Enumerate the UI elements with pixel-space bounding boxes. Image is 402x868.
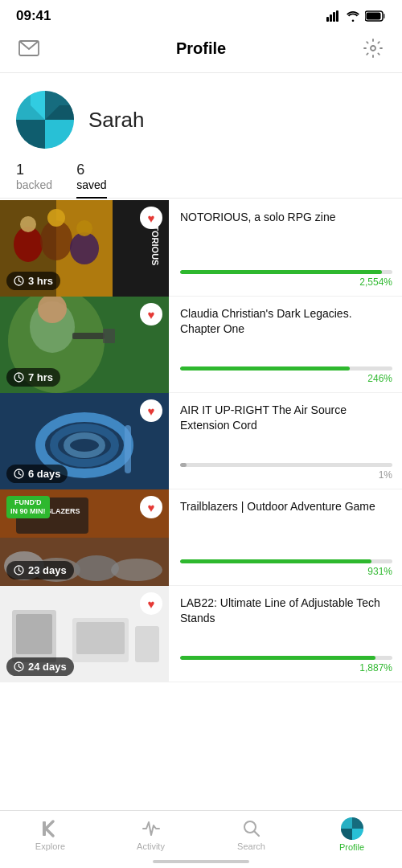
heart-button-airitup[interactable]: ♥ <box>140 399 162 422</box>
tab-label-activity: Activity <box>137 841 165 851</box>
card-info-notorious: NOTORIOUS, a solo RPG zine 2,554% <box>169 200 402 296</box>
stat-tab-saved[interactable]: 6 saved <box>76 162 106 198</box>
svg-point-25 <box>76 220 92 236</box>
tab-activity[interactable]: Activity <box>100 818 201 851</box>
svg-rect-34 <box>103 329 115 343</box>
activity-icon <box>141 818 162 839</box>
avatar-graphic <box>16 91 74 149</box>
tab-profile[interactable]: Profile <box>302 817 402 852</box>
heart-button-claudia[interactable]: ♥ <box>140 303 162 326</box>
svg-marker-13 <box>45 120 74 149</box>
tab-label-explore: Explore <box>35 841 65 851</box>
svg-marker-63 <box>352 817 363 829</box>
project-card-notorious[interactable]: NOTORIOUS 3 hrs ♥ NOTORIOUS, a solo RPG … <box>0 200 402 297</box>
card-percent-lab22: 1,887% <box>180 662 392 674</box>
svg-marker-62 <box>341 817 352 829</box>
card-title-airitup: AIR IT UP-RIGHT The Air Source Extension… <box>180 403 392 433</box>
svg-rect-40 <box>125 425 131 473</box>
mail-button[interactable] <box>14 34 43 63</box>
progress-bar-bg-5 <box>180 656 392 660</box>
progress-bar-fill <box>180 270 382 274</box>
progress-bar-fill-2 <box>180 366 350 371</box>
project-card-trailblazers[interactable]: TRAILBLAZERS FUND'DIN 90 MIN! 23 days ♥ … <box>0 489 402 586</box>
nav-header: Profile <box>0 27 402 73</box>
clock-icon <box>14 276 24 286</box>
signal-icon <box>326 10 341 22</box>
svg-rect-1 <box>330 14 332 22</box>
card-timer-airitup: 6 days <box>6 465 68 483</box>
progress-bar-bg-4 <box>180 559 392 563</box>
project-cards-list: NOTORIOUS 3 hrs ♥ NOTORIOUS, a solo RPG … <box>0 200 402 682</box>
heart-button-lab22[interactable]: ♥ <box>140 592 162 615</box>
home-indicator <box>153 860 249 863</box>
tab-label-profile: Profile <box>339 842 364 852</box>
svg-point-23 <box>47 209 65 227</box>
svg-rect-5 <box>367 13 381 20</box>
card-progress-notorious: 2,554% <box>180 270 392 288</box>
backed-count: 1 <box>16 162 24 178</box>
svg-point-24 <box>70 232 99 264</box>
status-time: 09:41 <box>16 8 51 24</box>
svg-line-60 <box>254 831 259 836</box>
svg-rect-0 <box>326 17 329 22</box>
project-card-lab22[interactable]: ♥ 24 days LAB22: Ultimate Line of Adjust… <box>0 586 402 682</box>
tab-explore[interactable]: Explore <box>0 818 100 851</box>
avatar <box>16 91 74 149</box>
card-image-notorious: NOTORIOUS 3 hrs ♥ <box>0 200 169 297</box>
heart-button-trailblazers[interactable]: ♥ <box>140 496 162 518</box>
card-info-airitup: AIR IT UP-RIGHT The Air Source Extension… <box>169 393 402 489</box>
funded-badge-trailblazers: FUND'DIN 90 MIN! <box>6 496 50 518</box>
explore-icon <box>40 818 61 839</box>
clock-icon-2 <box>14 372 24 383</box>
heart-button-notorious[interactable]: ♥ <box>140 207 162 229</box>
svg-rect-3 <box>336 10 338 22</box>
clock-icon-4 <box>14 565 24 575</box>
card-timer-notorious: 3 hrs <box>6 272 60 290</box>
profile-avatar-tab <box>341 817 363 840</box>
card-timer-claudia: 7 hrs <box>6 368 60 387</box>
status-icons <box>326 10 386 22</box>
card-timer-lab22: 24 days <box>6 657 74 676</box>
heart-icon-3: ♥ <box>148 405 155 417</box>
svg-rect-33 <box>72 333 105 339</box>
progress-bar-bg-3 <box>180 463 392 467</box>
svg-rect-53 <box>16 614 52 654</box>
svg-point-21 <box>20 216 36 232</box>
profile-section: Sarah <box>0 73 402 162</box>
card-progress-lab22: 1,887% <box>180 656 392 674</box>
card-percent-airitup: 1% <box>180 469 392 481</box>
heart-icon-5: ♥ <box>148 598 155 610</box>
project-card-airitup[interactable]: 6 days ♥ AIR IT UP-RIGHT The Air Source … <box>0 393 402 489</box>
settings-button[interactable] <box>359 34 388 63</box>
card-title-notorious: NOTORIOUS, a solo RPG zine <box>180 210 392 225</box>
mail-icon <box>18 40 39 56</box>
settings-icon <box>363 39 383 58</box>
progress-bar-bg-2 <box>180 366 392 371</box>
card-image-airitup: 6 days ♥ <box>0 393 169 489</box>
status-bar: 09:41 <box>0 0 402 27</box>
progress-bar-fill-3 <box>180 463 187 467</box>
battery-icon <box>365 10 386 22</box>
saved-count: 6 <box>76 162 84 178</box>
card-image-lab22: ♥ 24 days <box>0 586 169 682</box>
clock-icon-5 <box>14 661 24 672</box>
card-image-claudia: 7 hrs ♥ <box>0 297 169 393</box>
svg-point-8 <box>371 46 375 51</box>
page-title: Profile <box>176 39 226 58</box>
svg-rect-6 <box>384 14 386 18</box>
progress-bar-fill-5 <box>180 656 375 660</box>
card-progress-trailblazers: 931% <box>180 559 392 577</box>
stat-tab-backed[interactable]: 1 backed <box>16 162 52 198</box>
svg-rect-55 <box>76 622 125 654</box>
tab-search[interactable]: Search <box>201 818 302 851</box>
progress-bar-bg <box>180 270 392 274</box>
card-title-lab22: LAB22: Ultimate Line of Adjustable Tech … <box>180 596 392 626</box>
card-timer-trailblazers: 23 days <box>6 561 74 579</box>
backed-label: backed <box>16 178 52 191</box>
progress-bar-fill-4 <box>180 559 371 563</box>
project-card-claudia[interactable]: 7 hrs ♥ Claudia Christian's Dark Legacie… <box>0 297 402 393</box>
profile-name: Sarah <box>88 108 144 133</box>
clock-icon-3 <box>14 469 24 479</box>
card-title-claudia: Claudia Christian's Dark Legacies. Chapt… <box>180 306 392 337</box>
card-progress-claudia: 246% <box>180 366 392 384</box>
